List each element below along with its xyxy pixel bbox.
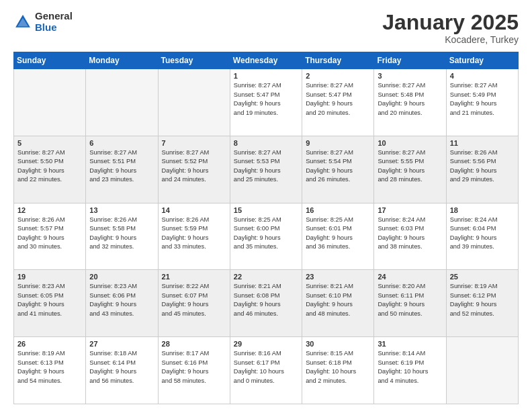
calendar-day-1: 1Sunrise: 8:27 AM Sunset: 5:47 PM Daylig…: [230, 69, 302, 136]
empty-cell: [14, 69, 86, 136]
day-info: Sunrise: 8:26 AM Sunset: 5:59 PM Dayligh…: [162, 216, 226, 252]
calendar-day-20: 20Sunrise: 8:23 AM Sunset: 6:06 PM Dayli…: [86, 270, 158, 337]
logo-icon: [13, 13, 32, 32]
day-info: Sunrise: 8:26 AM Sunset: 5:58 PM Dayligh…: [89, 216, 154, 252]
day-number: 7: [162, 139, 226, 147]
day-number: 19: [17, 273, 82, 281]
day-number: 25: [450, 273, 515, 281]
calendar-day-14: 14Sunrise: 8:26 AM Sunset: 5:59 PM Dayli…: [158, 203, 230, 270]
day-info: Sunrise: 8:19 AM Sunset: 6:13 PM Dayligh…: [17, 349, 82, 385]
title-section: January 2025 Kocadere, Turkey: [382, 11, 519, 45]
header: General Blue January 2025 Kocadere, Turk…: [13, 11, 519, 45]
weekday-tuesday: Tuesday: [158, 52, 230, 69]
day-info: Sunrise: 8:27 AM Sunset: 5:54 PM Dayligh…: [306, 148, 370, 185]
day-info: Sunrise: 8:23 AM Sunset: 6:05 PM Dayligh…: [17, 282, 82, 318]
day-info: Sunrise: 8:20 AM Sunset: 6:11 PM Dayligh…: [378, 282, 442, 318]
day-number: 1: [234, 72, 298, 80]
logo-general-text: General: [35, 11, 73, 22]
calendar-week-3: 19Sunrise: 8:23 AM Sunset: 6:05 PM Dayli…: [14, 270, 519, 337]
day-number: 18: [450, 206, 515, 214]
weekday-friday: Friday: [374, 52, 446, 69]
day-info: Sunrise: 8:25 AM Sunset: 6:01 PM Dayligh…: [306, 216, 370, 252]
day-info: Sunrise: 8:22 AM Sunset: 6:07 PM Dayligh…: [162, 282, 226, 318]
calendar-day-3: 3Sunrise: 8:27 AM Sunset: 5:48 PM Daylig…: [374, 69, 446, 136]
calendar-day-27: 27Sunrise: 8:18 AM Sunset: 6:14 PM Dayli…: [86, 337, 158, 404]
calendar-day-15: 15Sunrise: 8:25 AM Sunset: 6:00 PM Dayli…: [230, 203, 302, 270]
day-number: 22: [234, 273, 298, 281]
calendar-day-12: 12Sunrise: 8:26 AM Sunset: 5:57 PM Dayli…: [14, 203, 86, 270]
weekday-sunday: Sunday: [14, 52, 86, 69]
calendar-week-2: 12Sunrise: 8:26 AM Sunset: 5:57 PM Dayli…: [14, 203, 519, 270]
day-number: 10: [378, 139, 442, 147]
logo-text: General Blue: [35, 11, 73, 33]
calendar-day-22: 22Sunrise: 8:21 AM Sunset: 6:08 PM Dayli…: [230, 270, 302, 337]
day-info: Sunrise: 8:21 AM Sunset: 6:08 PM Dayligh…: [234, 282, 298, 318]
day-number: 2: [306, 72, 370, 80]
day-info: Sunrise: 8:14 AM Sunset: 6:19 PM Dayligh…: [378, 349, 442, 385]
calendar-day-26: 26Sunrise: 8:19 AM Sunset: 6:13 PM Dayli…: [14, 337, 86, 404]
day-number: 21: [162, 273, 226, 281]
day-info: Sunrise: 8:27 AM Sunset: 5:55 PM Dayligh…: [378, 148, 442, 185]
calendar-day-30: 30Sunrise: 8:15 AM Sunset: 6:18 PM Dayli…: [302, 337, 374, 404]
calendar-day-23: 23Sunrise: 8:21 AM Sunset: 6:10 PM Dayli…: [302, 270, 374, 337]
day-number: 26: [17, 340, 82, 348]
day-info: Sunrise: 8:24 AM Sunset: 6:04 PM Dayligh…: [450, 216, 515, 252]
location: Kocadere, Turkey: [382, 34, 519, 45]
calendar-day-11: 11Sunrise: 8:26 AM Sunset: 5:56 PM Dayli…: [446, 136, 518, 203]
day-info: Sunrise: 8:27 AM Sunset: 5:48 PM Dayligh…: [378, 81, 442, 118]
calendar-day-16: 16Sunrise: 8:25 AM Sunset: 6:01 PM Dayli…: [302, 203, 374, 270]
calendar-day-28: 28Sunrise: 8:17 AM Sunset: 6:16 PM Dayli…: [158, 337, 230, 404]
calendar-day-2: 2Sunrise: 8:27 AM Sunset: 5:47 PM Daylig…: [302, 69, 374, 136]
calendar-day-6: 6Sunrise: 8:27 AM Sunset: 5:51 PM Daylig…: [86, 136, 158, 203]
calendar-day-13: 13Sunrise: 8:26 AM Sunset: 5:58 PM Dayli…: [86, 203, 158, 270]
empty-cell: [86, 69, 158, 136]
logo-blue-text: Blue: [35, 22, 73, 34]
day-number: 8: [234, 139, 298, 147]
weekday-wednesday: Wednesday: [230, 52, 302, 69]
calendar-day-4: 4Sunrise: 8:27 AM Sunset: 5:49 PM Daylig…: [446, 69, 518, 136]
calendar-day-9: 9Sunrise: 8:27 AM Sunset: 5:54 PM Daylig…: [302, 136, 374, 203]
calendar-day-17: 17Sunrise: 8:24 AM Sunset: 6:03 PM Dayli…: [374, 203, 446, 270]
calendar-day-21: 21Sunrise: 8:22 AM Sunset: 6:07 PM Dayli…: [158, 270, 230, 337]
day-info: Sunrise: 8:21 AM Sunset: 6:10 PM Dayligh…: [306, 282, 370, 318]
empty-cell: [158, 69, 230, 136]
weekday-saturday: Saturday: [446, 52, 518, 69]
day-number: 12: [17, 206, 82, 214]
calendar-day-25: 25Sunrise: 8:19 AM Sunset: 6:12 PM Dayli…: [446, 270, 518, 337]
day-info: Sunrise: 8:27 AM Sunset: 5:52 PM Dayligh…: [162, 148, 226, 185]
page: General Blue January 2025 Kocadere, Turk…: [0, 0, 532, 411]
calendar-day-31: 31Sunrise: 8:14 AM Sunset: 6:19 PM Dayli…: [374, 337, 446, 404]
day-number: 31: [378, 340, 442, 348]
day-info: Sunrise: 8:19 AM Sunset: 6:12 PM Dayligh…: [450, 282, 515, 318]
day-info: Sunrise: 8:23 AM Sunset: 6:06 PM Dayligh…: [89, 282, 154, 318]
weekday-monday: Monday: [86, 52, 158, 69]
day-number: 5: [17, 139, 82, 147]
day-number: 20: [89, 273, 154, 281]
day-number: 15: [234, 206, 298, 214]
day-number: 30: [306, 340, 370, 348]
day-number: 17: [378, 206, 442, 214]
day-info: Sunrise: 8:24 AM Sunset: 6:03 PM Dayligh…: [378, 216, 442, 252]
calendar-day-24: 24Sunrise: 8:20 AM Sunset: 6:11 PM Dayli…: [374, 270, 446, 337]
day-number: 23: [306, 273, 370, 281]
day-number: 27: [89, 340, 154, 348]
calendar-day-10: 10Sunrise: 8:27 AM Sunset: 5:55 PM Dayli…: [374, 136, 446, 203]
calendar-day-29: 29Sunrise: 8:16 AM Sunset: 6:17 PM Dayli…: [230, 337, 302, 404]
day-info: Sunrise: 8:27 AM Sunset: 5:50 PM Dayligh…: [17, 148, 82, 185]
day-info: Sunrise: 8:26 AM Sunset: 5:57 PM Dayligh…: [17, 216, 82, 252]
calendar-week-4: 26Sunrise: 8:19 AM Sunset: 6:13 PM Dayli…: [14, 337, 519, 404]
weekday-header-row: SundayMondayTuesdayWednesdayThursdayFrid…: [14, 52, 519, 69]
calendar-day-19: 19Sunrise: 8:23 AM Sunset: 6:05 PM Dayli…: [14, 270, 86, 337]
empty-cell: [446, 337, 518, 404]
day-info: Sunrise: 8:27 AM Sunset: 5:49 PM Dayligh…: [450, 81, 515, 118]
day-info: Sunrise: 8:27 AM Sunset: 5:53 PM Dayligh…: [234, 148, 298, 185]
day-info: Sunrise: 8:16 AM Sunset: 6:17 PM Dayligh…: [234, 349, 298, 385]
calendar-week-1: 5Sunrise: 8:27 AM Sunset: 5:50 PM Daylig…: [14, 136, 519, 203]
logo: General Blue: [13, 11, 73, 33]
calendar-table: SundayMondayTuesdayWednesdayThursdayFrid…: [13, 52, 519, 404]
calendar-day-18: 18Sunrise: 8:24 AM Sunset: 6:04 PM Dayli…: [446, 203, 518, 270]
day-info: Sunrise: 8:26 AM Sunset: 5:56 PM Dayligh…: [450, 148, 515, 185]
day-info: Sunrise: 8:27 AM Sunset: 5:51 PM Dayligh…: [89, 148, 154, 185]
day-info: Sunrise: 8:15 AM Sunset: 6:18 PM Dayligh…: [306, 349, 370, 385]
calendar-day-5: 5Sunrise: 8:27 AM Sunset: 5:50 PM Daylig…: [14, 136, 86, 203]
